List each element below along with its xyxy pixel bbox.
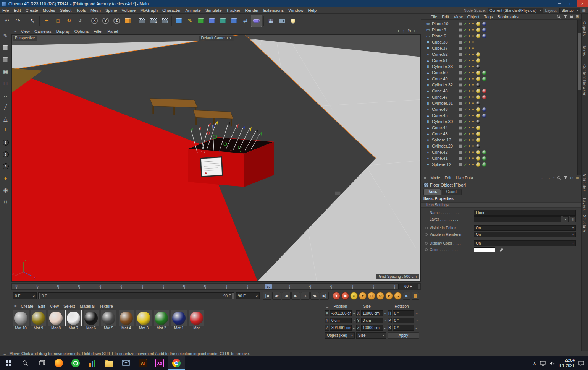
xpresso-button[interactable]: ⇄ — [240, 15, 250, 27]
coordinate-mode-select[interactable]: Object (Rel)▾ — [325, 332, 355, 339]
texture-tag[interactable] — [476, 156, 480, 161]
enable-toggle[interactable]: ✓ — [464, 77, 467, 81]
model-mode-button[interactable] — [2, 55, 10, 64]
quantize-button[interactable]: S — [2, 162, 10, 170]
editor-visibility-dot[interactable] — [469, 115, 470, 116]
texture-tag[interactable] — [482, 95, 486, 99]
texture-tag[interactable] — [476, 150, 480, 154]
texture-tag[interactable] — [476, 162, 480, 167]
material-tile[interactable]: Mat.8 — [48, 310, 64, 330]
menu-spline[interactable]: Spline — [103, 8, 120, 13]
object-row[interactable]: ▮Cylinder.32✓ — [421, 82, 581, 88]
display-color-select[interactable]: On▾ — [474, 240, 576, 246]
menu-render[interactable]: Render — [242, 8, 261, 13]
enable-toggle[interactable]: ✓ — [464, 46, 467, 50]
visibility-toggle[interactable] — [459, 41, 462, 44]
menu-edit[interactable]: Edit — [11, 8, 23, 13]
uv-mode-button[interactable]: ◉ — [2, 186, 10, 194]
stepper-icon[interactable]: ▴▾ — [384, 313, 387, 314]
stepper-icon[interactable]: ▴▾ — [352, 313, 355, 314]
visibility-toggle[interactable] — [459, 65, 462, 68]
object-menu-view[interactable]: View — [451, 15, 465, 19]
filter-icon[interactable] — [564, 176, 568, 180]
stepper-icon[interactable]: ▴▾ — [33, 295, 35, 297]
visibility-toggle[interactable] — [459, 59, 462, 62]
target-icon[interactable]: ⊙ — [570, 176, 573, 180]
timeline-ruler[interactable]: 60 60 F 05101520253035404550556065707580… — [11, 283, 421, 290]
object-row[interactable]: ▭Plane.6✓ — [421, 33, 581, 39]
editor-visibility-dot[interactable] — [469, 139, 470, 141]
texture-tag[interactable] — [482, 89, 486, 93]
camera-button[interactable] — [277, 15, 287, 27]
enable-toggle[interactable]: ✓ — [464, 107, 467, 112]
record-pla-button[interactable]: ∷ — [394, 292, 402, 300]
stepper-icon[interactable]: ▴▾ — [415, 313, 418, 314]
visibility-toggle[interactable] — [459, 102, 462, 105]
illustrator-taskbar-button[interactable]: Ai — [134, 356, 151, 370]
stepper-icon[interactable]: ▴▾ — [384, 327, 387, 329]
texture-tag[interactable] — [476, 138, 480, 142]
close-button[interactable]: × — [577, 0, 588, 7]
size-y-field[interactable]: 0 cm — [361, 318, 383, 323]
stepper-icon[interactable]: ▴▾ — [256, 295, 258, 297]
texture-tag[interactable] — [476, 83, 480, 87]
menu-simulate[interactable]: Simulate — [203, 8, 224, 13]
object-row[interactable]: ▲Cone.45✓ — [421, 112, 581, 118]
lock-x-axis-button[interactable]: X — [89, 15, 100, 27]
action-center-icon[interactable] — [578, 361, 584, 366]
menu-file[interactable]: File — [0, 8, 11, 13]
menu-mesh[interactable]: Mesh — [88, 8, 103, 13]
texture-tag[interactable] — [476, 22, 480, 26]
volume-builder-button[interactable] — [207, 15, 217, 27]
layer-dropdown-icon[interactable]: ▾ — [563, 216, 569, 222]
editor-visibility-dot[interactable] — [469, 54, 470, 55]
lock-y-axis-button[interactable]: Y — [100, 15, 111, 27]
visibility-toggle[interactable] — [459, 138, 462, 142]
enable-axis-button[interactable]: └ — [2, 127, 10, 135]
editor-visibility-dot[interactable] — [469, 127, 470, 128]
view-layout-button[interactable]: ▦ — [266, 15, 276, 27]
enable-toggle[interactable]: ✓ — [464, 101, 467, 105]
editor-visibility-dot[interactable] — [469, 47, 470, 49]
enable-toggle[interactable]: ✓ — [464, 52, 467, 57]
volume-icon[interactable] — [549, 361, 555, 366]
render-view-button[interactable] — [137, 15, 147, 27]
eyedropper-icon[interactable] — [499, 248, 504, 252]
editor-visibility-dot[interactable] — [469, 78, 470, 80]
texture-tag[interactable] — [476, 120, 480, 124]
material-menu-texture[interactable]: Texture — [97, 304, 115, 308]
visibility-toggle[interactable] — [459, 96, 462, 99]
visibility-toggle[interactable] — [459, 132, 462, 136]
texture-tag[interactable] — [476, 28, 480, 32]
axis-lock-button[interactable]: ( ) — [2, 198, 10, 206]
texture-tag[interactable] — [476, 132, 480, 136]
editor-visibility-dot[interactable] — [469, 23, 470, 24]
name-field[interactable] — [474, 210, 576, 216]
material-tile[interactable]: Mat.2 — [153, 310, 169, 330]
menu-extensions[interactable]: Extensions — [261, 8, 286, 13]
layer-pick-icon[interactable]: ◎ — [570, 216, 576, 222]
task-view-button[interactable] — [34, 356, 50, 370]
attribute-menu-mode[interactable]: Mode — [428, 176, 442, 180]
object-row[interactable]: ▲Cone.48✓ — [421, 88, 581, 94]
visible-renderer-select[interactable]: On▾ — [474, 232, 576, 237]
snap-settings-button[interactable]: S — [2, 150, 10, 159]
polygon-mode-button[interactable]: △ — [2, 115, 10, 123]
keyframe-ring-icon[interactable] — [425, 242, 428, 245]
make-editable-button[interactable] — [2, 44, 10, 52]
subdivision-surface-button[interactable] — [196, 15, 206, 27]
keyframe-ring-icon[interactable] — [425, 248, 428, 251]
keyframe-ring-icon[interactable] — [425, 227, 428, 229]
deformer-button[interactable] — [251, 15, 262, 27]
record-keyframe-button[interactable]: ● — [333, 292, 340, 300]
forward-icon[interactable]: → — [547, 176, 551, 180]
texture-tag[interactable] — [482, 156, 486, 161]
texture-tag[interactable] — [476, 71, 480, 75]
minimize-button[interactable]: ─ — [554, 0, 565, 7]
rotate-view-icon[interactable]: ↻ — [408, 29, 411, 34]
object-row[interactable]: ▲Cone.52✓ — [421, 51, 581, 57]
undo-button[interactable]: ↶ — [2, 15, 12, 27]
record-scale-button[interactable]: □ — [368, 292, 375, 300]
texture-tag[interactable] — [482, 107, 486, 112]
whatsapp-taskbar-button[interactable] — [67, 356, 84, 370]
